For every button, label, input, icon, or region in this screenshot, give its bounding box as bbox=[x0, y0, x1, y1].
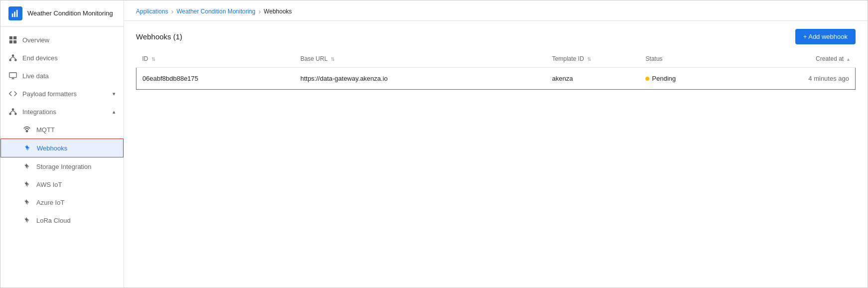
end-devices-icon bbox=[8, 53, 17, 62]
table-row[interactable]: 06eabf8bdb88e175 https://data-gateway.ak… bbox=[136, 68, 856, 90]
svg-rect-2 bbox=[16, 10, 18, 17]
sidebar: Weather Condition Monitoring Overview bbox=[0, 0, 124, 288]
payload-formatters-arrow: ▾ bbox=[113, 91, 116, 97]
sidebar-item-azure-iot-label: Azure IoT bbox=[36, 199, 64, 206]
status-dot-pending bbox=[645, 77, 649, 81]
cell-id: 06eabf8bdb88e175 bbox=[136, 68, 295, 90]
sidebar-item-live-data[interactable]: Live data bbox=[0, 67, 124, 85]
aws-iot-icon bbox=[22, 180, 31, 189]
cell-status: Pending bbox=[639, 68, 726, 90]
svg-point-16 bbox=[9, 113, 11, 115]
svg-point-15 bbox=[12, 108, 14, 111]
sidebar-item-mqtt-label: MQTT bbox=[36, 126, 55, 134]
breadcrumb: Applications › Weather Condition Monitor… bbox=[124, 0, 868, 21]
sidebar-item-lora-cloud[interactable]: LoRa Cloud bbox=[0, 211, 124, 229]
breadcrumb-sep-2: › bbox=[258, 7, 261, 15]
col-header-id[interactable]: ID ⇅ bbox=[136, 50, 295, 68]
col-header-base-url[interactable]: Base URL ⇅ bbox=[294, 50, 546, 68]
app-logo bbox=[8, 6, 22, 20]
sidebar-item-storage-integration-label: Storage Integration bbox=[36, 163, 92, 170]
breadcrumb-weather-condition-monitoring[interactable]: Weather Condition Monitoring bbox=[176, 8, 255, 15]
col-header-created-at[interactable]: Created at ▴ bbox=[726, 50, 856, 68]
page-title: Webhooks (1) bbox=[136, 32, 182, 41]
mqtt-icon bbox=[22, 125, 31, 134]
sidebar-item-live-data-label: Live data bbox=[22, 72, 116, 80]
main-content: Applications › Weather Condition Monitor… bbox=[124, 0, 868, 288]
sidebar-item-storage-integration[interactable]: Storage Integration bbox=[0, 157, 124, 175]
webhooks-table: ID ⇅ Base URL ⇅ Template ID ⇅ Status bbox=[136, 50, 856, 90]
sidebar-item-aws-iot[interactable]: AWS IoT bbox=[0, 175, 124, 193]
breadcrumb-applications[interactable]: Applications bbox=[136, 8, 168, 15]
svg-rect-3 bbox=[9, 36, 12, 39]
sidebar-item-webhooks[interactable]: Webhooks bbox=[0, 139, 124, 157]
grid-icon bbox=[8, 35, 17, 44]
status-text: Pending bbox=[652, 75, 676, 82]
sidebar-item-lora-cloud-label: LoRa Cloud bbox=[36, 217, 71, 224]
svg-point-8 bbox=[9, 59, 11, 61]
breadcrumb-sep-1: › bbox=[171, 7, 174, 15]
sidebar-item-integrations-label: Integrations bbox=[22, 108, 108, 116]
svg-rect-5 bbox=[9, 40, 12, 43]
integrations-icon bbox=[8, 107, 17, 116]
storage-integration-icon bbox=[22, 162, 31, 171]
webhooks-icon bbox=[23, 144, 32, 152]
svg-line-10 bbox=[10, 57, 13, 59]
id-sort-icon: ⇅ bbox=[151, 56, 155, 62]
app-title: Weather Condition Monitoring bbox=[27, 9, 113, 18]
sidebar-item-end-devices[interactable]: End devices bbox=[0, 49, 124, 67]
cell-created-at: 4 minutes ago bbox=[726, 68, 856, 90]
sidebar-item-payload-formatters[interactable]: Payload formatters ▾ bbox=[0, 85, 124, 103]
status-badge: Pending bbox=[645, 75, 720, 82]
col-header-status: Status bbox=[639, 50, 726, 68]
monitor-icon bbox=[8, 71, 17, 80]
svg-rect-6 bbox=[13, 40, 16, 43]
svg-line-11 bbox=[13, 57, 15, 59]
cell-template-id: akenza bbox=[546, 68, 640, 90]
sidebar-item-overview-label: Overview bbox=[22, 36, 116, 44]
sidebar-item-end-devices-label: End devices bbox=[22, 54, 116, 62]
col-header-template-id[interactable]: Template ID ⇅ bbox=[546, 50, 640, 68]
base-url-sort-icon: ⇅ bbox=[331, 56, 335, 62]
breadcrumb-webhooks: Webhooks bbox=[264, 8, 292, 15]
sidebar-item-payload-formatters-label: Payload formatters bbox=[22, 90, 108, 98]
svg-rect-1 bbox=[14, 11, 15, 17]
svg-line-18 bbox=[10, 111, 13, 113]
sidebar-item-integrations[interactable]: Integrations ▴ bbox=[0, 103, 124, 121]
sidebar-item-webhooks-label: Webhooks bbox=[37, 144, 67, 152]
svg-rect-4 bbox=[13, 36, 16, 39]
table-container: ID ⇅ Base URL ⇅ Template ID ⇅ Status bbox=[124, 50, 868, 288]
svg-point-20 bbox=[26, 130, 28, 133]
template-id-sort-icon: ⇅ bbox=[587, 56, 591, 62]
svg-rect-12 bbox=[9, 73, 16, 78]
cell-base-url: https://data-gateway.akenza.io bbox=[294, 68, 546, 90]
svg-point-17 bbox=[14, 113, 17, 115]
page-header: Webhooks (1) + Add webhook bbox=[124, 21, 868, 50]
svg-point-7 bbox=[12, 54, 14, 57]
sidebar-item-mqtt[interactable]: MQTT bbox=[0, 121, 124, 139]
azure-iot-icon bbox=[22, 198, 31, 207]
sidebar-item-overview[interactable]: Overview bbox=[0, 31, 124, 49]
integrations-arrow: ▴ bbox=[113, 109, 116, 115]
add-webhook-button[interactable]: + Add webhook bbox=[795, 29, 856, 44]
sidebar-item-azure-iot[interactable]: Azure IoT bbox=[0, 193, 124, 211]
code-icon bbox=[8, 89, 17, 98]
sidebar-header: Weather Condition Monitoring bbox=[0, 0, 124, 27]
integrations-children: MQTT Webhooks bbox=[0, 121, 124, 229]
table-header-row: ID ⇅ Base URL ⇅ Template ID ⇅ Status bbox=[136, 50, 856, 68]
svg-line-19 bbox=[13, 111, 15, 113]
logo-icon bbox=[11, 9, 20, 18]
lora-cloud-icon bbox=[22, 216, 31, 225]
svg-point-9 bbox=[14, 59, 17, 61]
sidebar-nav: Overview End devices bbox=[0, 27, 124, 288]
created-at-sort-icon: ▴ bbox=[847, 56, 850, 62]
sidebar-item-aws-iot-label: AWS IoT bbox=[36, 181, 62, 188]
svg-rect-0 bbox=[12, 13, 13, 17]
